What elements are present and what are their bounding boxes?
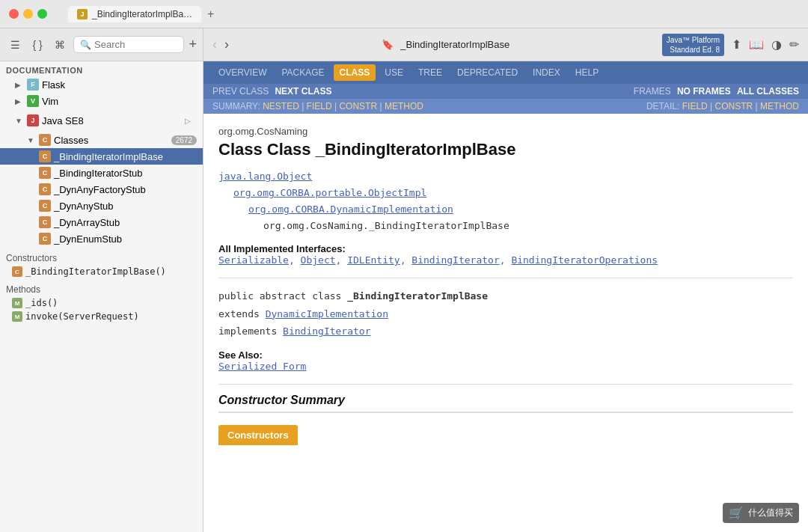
classes-label: Classes: [54, 135, 168, 146]
iface-bindingiterator[interactable]: BindingIterator: [411, 254, 499, 266]
docs-section-label: DOCUMENTATION: [0, 61, 203, 76]
tab-label: _BindingIteratorImplBa…: [92, 9, 192, 19]
tree-item-dynany-stub[interactable]: C _DynAnyStub: [0, 198, 203, 214]
detail-method[interactable]: METHOD: [760, 101, 799, 111]
detail-constr[interactable]: CONSTR: [715, 101, 753, 111]
detail-field[interactable]: FIELD: [682, 101, 708, 111]
serialized-form-link[interactable]: Serialized Form: [218, 361, 306, 372]
class-icon: C: [39, 200, 51, 212]
chevron-icon: ▶: [15, 97, 24, 106]
nav-tab-package[interactable]: PACKAGE: [275, 64, 330, 81]
sig-extends-class[interactable]: DynamicImplementation: [266, 308, 388, 319]
expand-icon[interactable]: ▷: [179, 111, 197, 129]
nav-tab-overview[interactable]: OVERVIEW: [212, 64, 272, 81]
class-icon: C: [39, 150, 51, 162]
constructor-text: _BindingIteratorImplBase(): [25, 266, 166, 277]
watermark-icon: 🛒: [729, 506, 744, 520]
doc-content: org.omg.CosNaming Class Class _BindingIt…: [203, 114, 808, 532]
back-button[interactable]: ‹: [212, 37, 217, 52]
traffic-lights: [9, 9, 47, 19]
edit-icon[interactable]: ✏: [789, 37, 799, 52]
divider2: [218, 384, 793, 385]
tree-item-classes[interactable]: ▼ C Classes 2672: [0, 132, 203, 148]
iface-serializable[interactable]: Serializable: [218, 254, 289, 266]
sig-implements-iface[interactable]: BindingIterator: [283, 325, 370, 337]
class-label: _DynAnyStub: [54, 201, 197, 212]
summary-constr[interactable]: CONSTR: [339, 101, 377, 111]
java-edition-badge: Java™ Platform Standard Ed. 8: [662, 34, 724, 56]
sig-implements-keyword: implements: [218, 325, 283, 337]
url-icon: 🔖: [382, 39, 394, 50]
class-icon: C: [39, 216, 51, 228]
theme-icon[interactable]: ◑: [771, 37, 782, 52]
detail-label: DETAIL:: [646, 101, 682, 111]
content-area: ‹ › 🔖 _BindingIteratorImplBase Java™ Pla…: [203, 28, 808, 532]
see-also-label: See Also:: [218, 349, 263, 361]
nav-tab-help[interactable]: HELP: [569, 64, 605, 81]
class-title-prefix: Class: [218, 140, 267, 159]
summary-nested[interactable]: NESTED: [263, 101, 299, 111]
forward-button[interactable]: ›: [224, 37, 229, 52]
summary-method[interactable]: METHOD: [385, 101, 423, 111]
flask-icon: F: [27, 79, 39, 91]
active-tab[interactable]: J _BindingIteratorImplBa…: [68, 6, 201, 22]
search-input[interactable]: [94, 39, 177, 50]
method-icon: M: [12, 311, 22, 322]
tree-item-vim[interactable]: ▶ V Vim: [0, 93, 203, 109]
minimize-button[interactable]: [23, 9, 33, 19]
method-item-ids[interactable]: M _ids(): [0, 296, 203, 310]
method-item-invoke[interactable]: M invoke(ServerRequest): [0, 310, 203, 323]
sig-extends-keyword: extends: [218, 308, 266, 319]
class-icon: C: [39, 233, 51, 245]
constructors-section-label: Constructors: [0, 247, 203, 265]
no-frames-link[interactable]: NO FRAMES: [677, 86, 731, 97]
titlebar: J _BindingIteratorImplBa… +: [0, 0, 808, 28]
hierarchy-level1[interactable]: org.omg.CORBA.portable.ObjectImpl: [233, 187, 426, 198]
tree-item-binding-iterator[interactable]: C _BindingIteratorImplBase: [0, 148, 203, 165]
nav-tab-index[interactable]: INDEX: [527, 64, 566, 81]
nav-tab-use[interactable]: USE: [379, 64, 409, 81]
code-icon[interactable]: { }: [28, 36, 46, 54]
share-icon[interactable]: ⬆: [732, 37, 741, 52]
close-button[interactable]: [9, 9, 19, 19]
tag-icon[interactable]: ⌘: [51, 36, 69, 54]
add-button[interactable]: +: [189, 37, 197, 52]
class-label: _BindingIteratorStub: [54, 168, 197, 179]
constructor-item[interactable]: C _BindingIteratorImplBase(): [0, 265, 203, 278]
constructor-icon: C: [12, 266, 22, 277]
list-icon[interactable]: ☰: [6, 36, 24, 54]
summary-field[interactable]: FIELD: [307, 101, 332, 111]
method-text: invoke(ServerRequest): [25, 311, 139, 322]
tree-item-binding-stub[interactable]: C _BindingIteratorStub: [0, 165, 203, 181]
maximize-button[interactable]: [37, 9, 47, 19]
tree-item-dynany-factory[interactable]: C _DynAnyFactoryStub: [0, 181, 203, 198]
tree-item-flask[interactable]: ▶ F Flask: [0, 76, 203, 93]
new-tab-button[interactable]: +: [207, 7, 214, 21]
class-title-name: Class _BindingIteratorImplBase: [267, 140, 516, 159]
iface-bindingiteratorops[interactable]: BindingIteratorOperations: [511, 254, 658, 266]
url-bar: 🔖 _BindingIteratorImplBase: [236, 39, 655, 50]
nav-tab-class[interactable]: CLASS: [334, 64, 376, 81]
sep1: |: [299, 101, 307, 111]
iface-idlentity[interactable]: IDLEntity: [347, 254, 400, 266]
next-class-link[interactable]: NEXT CLASS: [275, 86, 331, 97]
iface-object[interactable]: Object: [301, 254, 336, 266]
hierarchy-level0[interactable]: java.lang.Object: [218, 171, 312, 182]
javadoc-nav: OVERVIEW PACKAGE CLASS USE TREE DEPRECAT…: [203, 61, 808, 114]
tree-item-dynarray-stub[interactable]: C _DynArrayStub: [0, 214, 203, 230]
sig-classname: _BindingIteratorImplBase: [347, 290, 488, 302]
nav-tab-tree[interactable]: TREE: [412, 64, 448, 81]
frames-link[interactable]: FRAMES: [634, 86, 671, 97]
javadoc-crumb: SUMMARY: NESTED | FIELD | CONSTR | METHO…: [203, 99, 808, 114]
sep3: |: [377, 101, 385, 111]
chevron-icon: ▶: [15, 81, 24, 89]
tree-item-java[interactable]: ▼ J Java SE8 ▷: [0, 109, 203, 132]
java-label: Java SE8: [42, 115, 176, 126]
bookmark-icon[interactable]: 📖: [749, 37, 764, 52]
nav-tab-deprecated[interactable]: DEPRECATED: [451, 64, 524, 81]
tree-item-dynenum-stub[interactable]: C _DynEnumStub: [0, 230, 203, 247]
prev-class-link[interactable]: PREV CLASS: [212, 86, 269, 97]
hierarchy-level2[interactable]: org.omg.CORBA.DynamicImplementation: [248, 204, 453, 215]
all-classes-link[interactable]: ALL CLASSES: [737, 86, 799, 97]
sidebar-toolbar: ☰ { } ⌘ 🔍 +: [0, 28, 203, 61]
